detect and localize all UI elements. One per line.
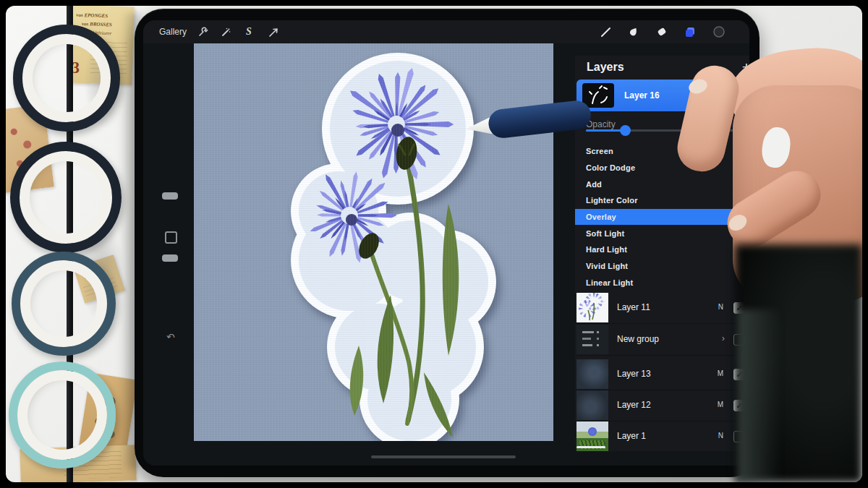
blend-mode-vivid-light[interactable]: Vivid Light xyxy=(575,258,749,275)
blend-mode-soft-light[interactable]: Soft Light xyxy=(575,225,749,241)
group-row[interactable]: New group › ✓ xyxy=(575,324,749,356)
eraser-icon[interactable] xyxy=(655,25,669,39)
layers-title: Layers xyxy=(587,61,624,74)
layer12-thumbnail xyxy=(576,390,608,420)
brush-opacity-slider[interactable] xyxy=(162,254,178,262)
gallery-button[interactable]: Gallery xyxy=(159,27,187,37)
home-indicator[interactable] xyxy=(371,455,516,458)
layer11-thumbnail xyxy=(576,293,608,322)
blend-mode-linear-light[interactable]: Linear Light xyxy=(575,274,749,291)
panel-scroll-indicator[interactable] xyxy=(576,446,605,448)
tablet: Gallery S xyxy=(135,9,760,477)
layers-icon-active[interactable] xyxy=(683,25,697,39)
paper-text-line: vos EPONGES xyxy=(76,12,108,20)
selection-icon[interactable]: S xyxy=(242,25,256,39)
smudge-icon[interactable] xyxy=(626,25,641,39)
opacity-slider-fill xyxy=(586,129,625,132)
paper-text-line: vos BROSSES xyxy=(82,21,112,28)
blend-mode-list: Screen Color Dodge Add + Lighter Color xyxy=(575,143,749,291)
blend-mode-add[interactable]: Add + xyxy=(575,176,749,192)
modify-button[interactable] xyxy=(165,231,177,244)
actions-wrench-icon[interactable] xyxy=(195,25,210,39)
group-thumbnail xyxy=(576,325,608,354)
bezel-reflection xyxy=(738,309,781,482)
layer-row[interactable]: Layer 12 M ✓ xyxy=(575,390,749,421)
brush-icon[interactable] xyxy=(599,25,613,39)
blend-mode-overlay[interactable]: Overlay xyxy=(575,209,749,226)
blend-mode-lighter-color[interactable]: Lighter Color xyxy=(575,192,749,209)
video-frame: vos EPONGES vos BROSSES sans les détério… xyxy=(0,0,868,488)
layer13-thumbnail xyxy=(576,359,608,389)
blend-mode-hard-light[interactable]: Hard Light xyxy=(575,241,749,258)
top-toolbar: Gallery S xyxy=(143,20,749,43)
washi-tape-roll-aqua xyxy=(9,361,116,468)
brush-size-slider[interactable] xyxy=(162,192,178,200)
transform-arrow-icon[interactable] xyxy=(266,25,281,39)
washi-tape-roll-slate xyxy=(12,252,116,356)
layer-row[interactable]: Layer 11 N ✓ xyxy=(575,292,749,324)
opacity-slider-thumb[interactable] xyxy=(620,125,631,136)
washi-tape-roll-navy-1 xyxy=(13,25,120,132)
washi-tape-roll-navy-2 xyxy=(10,142,122,253)
group-chevron-icon[interactable]: › xyxy=(722,333,725,343)
blend-mode-color-dodge[interactable]: Color Dodge xyxy=(575,160,749,176)
adjustments-wand-icon[interactable] xyxy=(218,25,233,39)
layer-row[interactable]: Layer 13 M ✓ xyxy=(575,359,749,390)
desk-scene: vos EPONGES vos BROSSES sans les détério… xyxy=(6,6,862,482)
color-swatch-icon[interactable] xyxy=(712,25,726,39)
undo-icon[interactable]: ↷ xyxy=(166,330,176,343)
